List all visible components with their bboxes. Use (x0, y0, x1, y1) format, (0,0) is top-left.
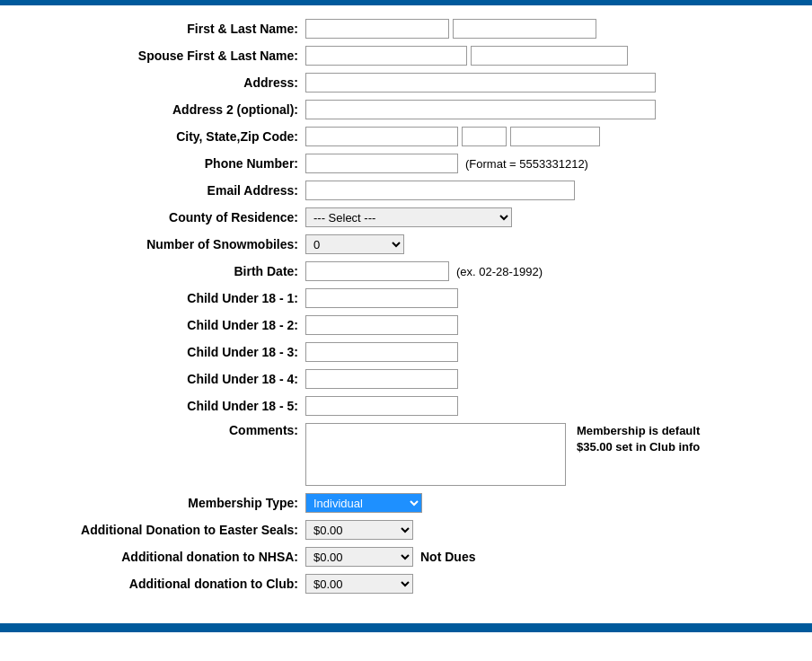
spouse-last-name-input[interactable] (471, 46, 628, 66)
child4-label: Child Under 18 - 4: (18, 372, 305, 386)
nhsa-label: Additional donation to NHSA: (18, 550, 305, 564)
easter-seals-select[interactable]: $0.00 $5.00 $10.00 $25.00 $50.00 (305, 520, 413, 540)
county-label: County of Residence: (18, 210, 305, 225)
club-label: Additional donation to Club: (18, 577, 305, 591)
form-container: First & Last Name: Spouse First & Last N… (0, 5, 812, 614)
comments-row: Comments: Membership is default $35.00 s… (18, 423, 794, 486)
city-state-zip-label: City, State,Zip Code: (18, 129, 305, 144)
address2-row: Address 2 (optional): (18, 100, 794, 119)
not-dues-label: Not Dues (420, 550, 475, 564)
zip-input[interactable] (510, 127, 600, 146)
easter-seals-row: Additional Donation to Easter Seals: $0.… (18, 520, 794, 540)
birthdate-label: Birth Date: (18, 264, 305, 278)
birthdate-hint: (ex. 02-28-1992) (456, 265, 543, 278)
child3-label: Child Under 18 - 3: (18, 345, 305, 359)
snowmobiles-label: Number of Snowmobiles: (18, 237, 305, 251)
county-select[interactable]: --- Select --- (305, 207, 512, 227)
birthdate-row: Birth Date: (ex. 02-28-1992) (18, 261, 794, 281)
club-select[interactable]: $0.00 $5.00 $10.00 $25.00 $50.00 (305, 574, 413, 594)
spouse-first-name-input[interactable] (305, 46, 467, 66)
email-row: Email Address: (18, 181, 794, 200)
phone-row: Phone Number: (Format = 5553331212) (18, 154, 794, 173)
email-input[interactable] (305, 181, 575, 200)
phone-input[interactable] (305, 154, 458, 173)
nhsa-select[interactable]: $0.00 $5.00 $10.00 $25.00 $50.00 (305, 547, 413, 567)
membership-note: Membership is default $35.00 set in Club… (577, 423, 738, 455)
address-input[interactable] (305, 73, 656, 93)
county-row: County of Residence: --- Select --- (18, 207, 794, 227)
snowmobiles-select[interactable]: 0 1 2 3 4 5 (305, 234, 404, 254)
comments-label: Comments: (18, 423, 305, 437)
child1-input[interactable] (305, 288, 458, 308)
child3-row: Child Under 18 - 3: (18, 342, 794, 362)
comments-textarea[interactable] (305, 423, 566, 486)
club-row: Additional donation to Club: $0.00 $5.00… (18, 574, 794, 594)
snowmobiles-row: Number of Snowmobiles: 0 1 2 3 4 5 (18, 234, 794, 254)
nhsa-row: Additional donation to NHSA: $0.00 $5.00… (18, 547, 794, 567)
last-name-input[interactable] (453, 19, 596, 39)
child1-label: Child Under 18 - 1: (18, 291, 305, 305)
address2-label: Address 2 (optional): (18, 102, 305, 117)
spouse-name-row: Spouse First & Last Name: (18, 46, 794, 66)
address2-input[interactable] (305, 100, 656, 119)
city-state-zip-row: City, State,Zip Code: (18, 127, 794, 146)
child2-row: Child Under 18 - 2: (18, 315, 794, 335)
membership-type-select[interactable]: Individual Family Senior (305, 493, 422, 513)
child3-input[interactable] (305, 342, 458, 362)
first-last-name-label: First & Last Name: (18, 22, 305, 36)
membership-type-row: Membership Type: Individual Family Senio… (18, 493, 794, 513)
child2-input[interactable] (305, 315, 458, 335)
child1-row: Child Under 18 - 1: (18, 288, 794, 308)
first-name-input[interactable] (305, 19, 449, 39)
email-label: Email Address: (18, 183, 305, 198)
spouse-name-label: Spouse First & Last Name: (18, 48, 305, 63)
address-row: Address: (18, 73, 794, 93)
child5-input[interactable] (305, 396, 458, 416)
city-input[interactable] (305, 127, 458, 146)
address-label: Address: (18, 75, 305, 90)
easter-seals-label: Additional Donation to Easter Seals: (18, 523, 305, 537)
child2-label: Child Under 18 - 2: (18, 318, 305, 332)
first-last-name-row: First & Last Name: (18, 19, 794, 39)
child4-input[interactable] (305, 369, 458, 389)
phone-hint: (Format = 5553331212) (465, 157, 588, 171)
child5-row: Child Under 18 - 5: (18, 396, 794, 416)
child4-row: Child Under 18 - 4: (18, 369, 794, 389)
membership-type-label: Membership Type: (18, 496, 305, 510)
phone-label: Phone Number: (18, 156, 305, 171)
state-input[interactable] (462, 127, 507, 146)
bottom-bar (0, 623, 812, 632)
birthdate-input[interactable] (305, 261, 449, 281)
child5-label: Child Under 18 - 5: (18, 399, 305, 413)
